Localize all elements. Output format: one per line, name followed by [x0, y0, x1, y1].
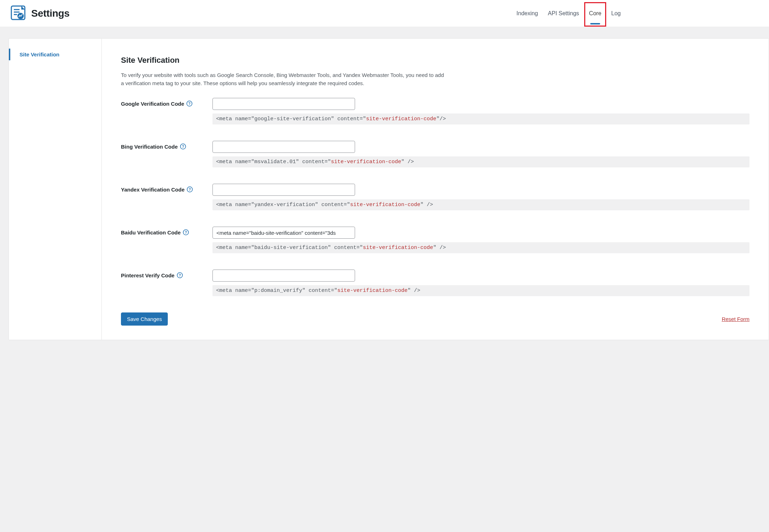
tab-label: Indexing [516, 10, 538, 17]
field-body: <meta name="google-site-verification" co… [212, 98, 749, 124]
field-row-bing: Bing Verification Code ? <meta name="msv… [121, 141, 749, 167]
field-hint: <meta name="baidu-site-verification" con… [212, 242, 749, 253]
section-title: Site Verification [121, 56, 749, 65]
tab-label: API Settings [548, 10, 579, 17]
field-label: Google Verification Code ? [121, 98, 212, 107]
help-icon[interactable]: ? [187, 186, 193, 193]
field-label-text: Yandex Verification Code [121, 187, 184, 193]
field-body: <meta name="baidu-site-verification" con… [212, 227, 749, 253]
topbar: Settings Indexing API Settings Core Log [0, 0, 769, 27]
field-hint: <meta name="p:domain_verify" content="si… [212, 285, 749, 296]
top-tabs: Indexing API Settings Core Log [516, 0, 621, 27]
save-button[interactable]: Save Changes [121, 312, 168, 326]
field-hint: <meta name="google-site-verification" co… [212, 113, 749, 124]
field-body: <meta name="msvalidate.01" content="site… [212, 141, 749, 167]
field-body: <meta name="p:domain_verify" content="si… [212, 270, 749, 296]
field-label: Baidu Verification Code ? [121, 227, 212, 235]
baidu-verification-input[interactable] [212, 227, 355, 239]
field-label: Pinterest Verify Code ? [121, 270, 212, 278]
settings-sidebar: Site Verification [9, 39, 102, 340]
tab-label: Log [611, 10, 621, 17]
field-label-text: Google Verification Code [121, 101, 184, 107]
field-body: <meta name="yandex-verification" content… [212, 184, 749, 210]
svg-text:?: ? [189, 188, 191, 192]
yandex-verification-input[interactable] [212, 184, 355, 196]
field-hint: <meta name="yandex-verification" content… [212, 199, 749, 210]
settings-panel: Site Verification Site Verification To v… [9, 38, 769, 340]
section-description: To verify your website with tools such a… [121, 71, 447, 87]
page-body: Site Verification Site Verification To v… [0, 27, 769, 532]
help-icon[interactable]: ? [180, 143, 186, 150]
field-row-baidu: Baidu Verification Code ? <meta name="ba… [121, 227, 749, 253]
bing-verification-input[interactable] [212, 141, 355, 153]
form-actions: Save Changes Reset Form [121, 312, 749, 326]
tab-api-settings[interactable]: API Settings [548, 0, 579, 27]
sidebar-item-site-verification[interactable]: Site Verification [9, 49, 101, 60]
field-label: Bing Verification Code ? [121, 141, 212, 150]
help-icon[interactable]: ? [183, 229, 189, 235]
app-logo-icon [10, 5, 26, 22]
help-icon[interactable]: ? [177, 272, 183, 278]
tab-log[interactable]: Log [611, 0, 621, 27]
svg-text:?: ? [185, 231, 187, 234]
svg-text:?: ? [179, 273, 181, 277]
tab-indexing[interactable]: Indexing [516, 0, 538, 27]
brand: Settings [10, 5, 70, 22]
google-verification-input[interactable] [212, 98, 355, 110]
field-label: Yandex Verification Code ? [121, 184, 212, 193]
field-label-text: Pinterest Verify Code [121, 272, 175, 278]
svg-text:?: ? [182, 145, 184, 149]
field-row-google: Google Verification Code ? <meta name="g… [121, 98, 749, 124]
settings-content: Site Verification To verify your website… [102, 39, 769, 340]
tab-label: Core [589, 10, 602, 17]
sidebar-item-label: Site Verification [20, 51, 60, 57]
reset-form-link[interactable]: Reset Form [722, 316, 749, 322]
help-icon[interactable]: ? [186, 100, 193, 107]
svg-text:?: ? [188, 102, 190, 106]
pinterest-verification-input[interactable] [212, 270, 355, 282]
field-row-yandex: Yandex Verification Code ? <meta name="y… [121, 184, 749, 210]
field-hint: <meta name="msvalidate.01" content="site… [212, 156, 749, 167]
field-row-pinterest: Pinterest Verify Code ? <meta name="p:do… [121, 270, 749, 296]
field-label-text: Bing Verification Code [121, 144, 178, 150]
page-title: Settings [31, 8, 70, 19]
tab-core[interactable]: Core [589, 0, 602, 27]
field-label-text: Baidu Verification Code [121, 229, 181, 235]
